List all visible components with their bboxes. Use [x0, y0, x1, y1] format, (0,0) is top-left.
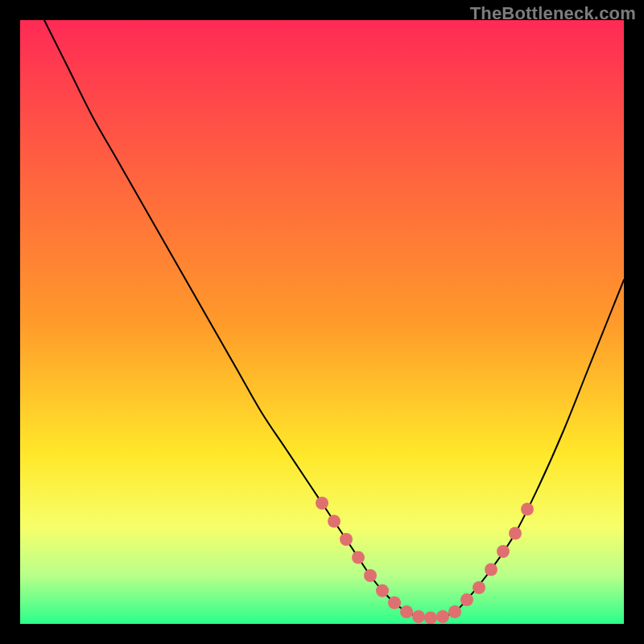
highlight-dot [316, 497, 328, 510]
highlight-dot [497, 545, 510, 558]
highlight-dot [412, 610, 425, 623]
gradient-background [20, 20, 624, 624]
highlight-dot [521, 503, 534, 516]
stage: TheBottleneck.com [0, 0, 644, 644]
highlight-dot [364, 569, 377, 582]
highlight-dot [388, 597, 401, 609]
highlight-dot [340, 533, 353, 546]
chart-svg [20, 20, 624, 624]
highlight-dot [436, 610, 449, 623]
highlight-dot [509, 527, 522, 540]
highlight-dot [473, 581, 485, 594]
highlight-dot [485, 564, 497, 576]
watermark-text: TheBottleneck.com [470, 3, 636, 24]
highlight-dot [400, 605, 413, 618]
highlight-dot [460, 593, 473, 606]
highlight-dot [424, 612, 437, 625]
highlight-dot [376, 584, 389, 597]
highlight-dot [448, 605, 461, 618]
highlight-dot [328, 515, 341, 528]
plot-area [20, 20, 624, 624]
highlight-dot [352, 551, 365, 564]
